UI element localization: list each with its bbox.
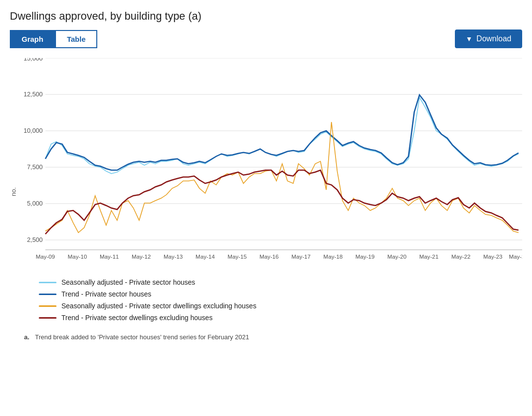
svg-text:May-21: May-21 (420, 254, 439, 260)
download-label: Download (476, 34, 511, 43)
svg-text:May-17: May-17 (291, 254, 310, 260)
tab-table[interactable]: Table (55, 30, 97, 48)
footnote-text: Trend break added to 'Private sector hou… (35, 333, 249, 341)
svg-text:May-18: May-18 (323, 254, 342, 260)
legend-label-3: Seasonally adjusted - Private sector dwe… (61, 302, 256, 310)
legend-item-2: Trend - Private sector houses (39, 290, 522, 298)
legend-color-2 (39, 294, 56, 295)
legend-color-3 (39, 305, 56, 307)
svg-text:May-24: May-24 (509, 254, 522, 260)
tab-group: Graph Table (10, 30, 97, 48)
svg-text:15,000: 15,000 (24, 58, 43, 62)
tab-graph[interactable]: Graph (10, 30, 55, 48)
chart-container: 15,000 12,500 10,000 7,500 5,000 2,500 M… (19, 58, 522, 341)
footnote: a. Trend break added to 'Private sector … (19, 333, 522, 341)
svg-text:May-19: May-19 (355, 254, 374, 260)
chart-legend: Seasonally adjusted - Private sector hou… (19, 278, 522, 322)
svg-text:May-23: May-23 (483, 254, 503, 260)
svg-text:12,500: 12,500 (24, 91, 43, 98)
svg-text:May-22: May-22 (451, 254, 471, 260)
svg-text:May-15: May-15 (227, 254, 247, 260)
legend-label-2: Trend - Private sector houses (61, 290, 151, 298)
y-axis-label: no. (10, 187, 17, 196)
legend-label-1: Seasonally adjusted - Private sector hou… (61, 278, 195, 286)
svg-text:5,000: 5,000 (27, 200, 43, 207)
svg-text:May-12: May-12 (132, 254, 151, 260)
legend-item-1: Seasonally adjusted - Private sector hou… (39, 278, 522, 286)
chart-area: no. 15,000 12,500 10,000 7,500 (10, 58, 522, 341)
footnote-marker: a. (24, 333, 29, 341)
toolbar: Graph Table ▼ Download (10, 30, 522, 48)
svg-text:May-16: May-16 (259, 254, 279, 260)
svg-text:May-20: May-20 (388, 254, 407, 260)
svg-text:2,500: 2,500 (27, 237, 43, 243)
download-button[interactable]: ▼ Download (455, 30, 522, 48)
chart-title: Dwellings approved, by building type (a) (10, 10, 522, 23)
legend-color-1 (39, 282, 56, 283)
svg-text:7,500: 7,500 (27, 164, 43, 171)
svg-text:10,000: 10,000 (24, 127, 43, 134)
chart-svg: 15,000 12,500 10,000 7,500 5,000 2,500 M… (19, 58, 522, 265)
svg-text:May-13: May-13 (164, 254, 183, 260)
download-arrow-icon: ▼ (466, 35, 473, 43)
legend-item-3: Seasonally adjusted - Private sector dwe… (39, 302, 522, 310)
svg-text:May-11: May-11 (100, 254, 119, 260)
legend-item-4: Trend - Private sector dwellings excludi… (39, 314, 522, 322)
svg-text:May-14: May-14 (196, 254, 215, 260)
legend-label-4: Trend - Private sector dwellings excludi… (61, 314, 213, 322)
legend-color-4 (39, 317, 56, 319)
svg-text:May-09: May-09 (36, 254, 55, 260)
svg-text:May-10: May-10 (68, 254, 87, 260)
